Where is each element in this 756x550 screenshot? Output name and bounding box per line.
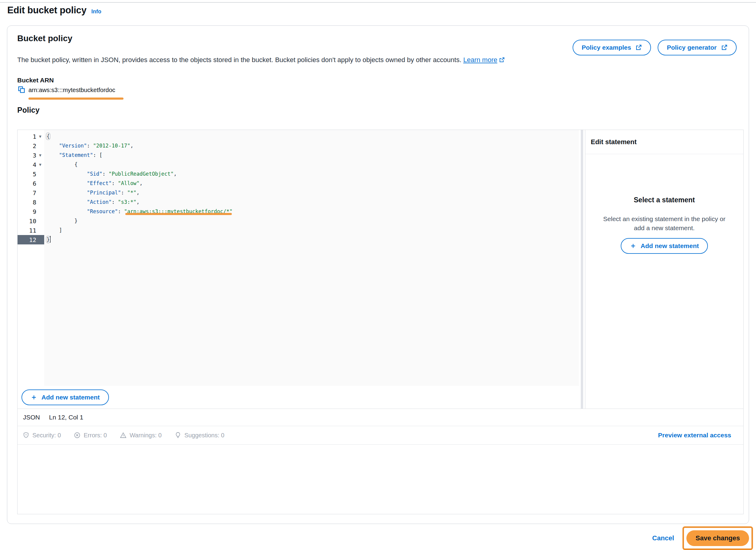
save-annotation-box: Save changes bbox=[682, 526, 753, 550]
code-line-4[interactable]: { bbox=[47, 160, 579, 169]
editor-splitter-column bbox=[579, 130, 585, 409]
warnings-issue-item[interactable]: Warnings: 0 bbox=[120, 432, 162, 439]
suggestions-icon bbox=[174, 432, 182, 439]
warnings-icon bbox=[120, 432, 127, 439]
editor-code[interactable]: { "Version": "2012-10-17", "Statement": … bbox=[44, 130, 579, 386]
gutter-line-5[interactable]: 5 bbox=[18, 169, 44, 179]
code-line-5[interactable]: "Sid": "PublicReadGetObject", bbox=[47, 169, 579, 179]
edit-statement-body: Select a statement Select an existing st… bbox=[585, 154, 743, 409]
code-line-7[interactable]: "Principal": "*", bbox=[47, 188, 579, 197]
select-statement-text-line2: add a new statement. bbox=[585, 223, 743, 232]
code-line-2[interactable]: "Version": "2012-10-17", bbox=[47, 141, 579, 150]
info-link[interactable]: Info bbox=[91, 8, 101, 15]
select-statement-text: Select an existing statement in the poli… bbox=[585, 214, 743, 232]
issue-label: Suggestions: 0 bbox=[184, 432, 224, 439]
gutter-line-6[interactable]: 6 bbox=[18, 179, 44, 188]
bucket-arn-value: arn:aws:s3:::mytestbucketfordoc bbox=[28, 87, 115, 94]
add-new-statement-button-bottom[interactable]: Add new statement bbox=[21, 390, 109, 405]
status-language: JSON bbox=[23, 414, 40, 421]
issue-label: Warnings: 0 bbox=[130, 432, 162, 439]
editor-add-statement-row: Add new statement bbox=[18, 386, 579, 409]
issue-label: Errors: 0 bbox=[84, 432, 107, 439]
select-statement-text-line1: Select an existing statement in the poli… bbox=[585, 214, 743, 223]
code-scroll-area: 1▼23▼4▼56789101112 { "Version": "2012-10… bbox=[18, 130, 579, 386]
gutter-line-2[interactable]: 2 bbox=[18, 141, 44, 150]
gutter-line-7[interactable]: 7 bbox=[18, 188, 44, 197]
editor-left-column: 1▼23▼4▼56789101112 { "Version": "2012-10… bbox=[18, 130, 579, 409]
card-header-actions: Policy examples Policy generator bbox=[573, 40, 737, 55]
gutter-line-8[interactable]: 8 bbox=[18, 197, 44, 207]
security-issue-item[interactable]: Security: 0 bbox=[22, 432, 61, 439]
select-statement-title: Select a statement bbox=[585, 196, 743, 204]
policy-examples-button[interactable]: Policy examples bbox=[573, 40, 651, 55]
policy-generator-label: Policy generator bbox=[667, 44, 717, 51]
editor-gutter: 1▼23▼4▼56789101112 bbox=[18, 130, 44, 386]
code-line-6[interactable]: "Effect": "Allow", bbox=[47, 179, 579, 188]
learn-more-link[interactable]: Learn more bbox=[463, 56, 498, 64]
errors-issue-item[interactable]: Errors: 0 bbox=[74, 432, 107, 439]
plus-icon bbox=[630, 242, 636, 249]
plus-icon bbox=[31, 394, 37, 401]
card-title: Bucket policy bbox=[17, 34, 72, 43]
policy-generator-button[interactable]: Policy generator bbox=[658, 40, 737, 55]
splitter-handle[interactable] bbox=[581, 130, 583, 409]
copy-icon bbox=[18, 86, 25, 94]
gutter-line-12[interactable]: 12 bbox=[18, 235, 44, 244]
external-link-icon bbox=[499, 57, 505, 65]
save-changes-button[interactable]: Save changes bbox=[686, 530, 749, 546]
code-line-11[interactable]: ] bbox=[47, 225, 579, 235]
code-line-8[interactable]: "Action": "s3:*", bbox=[47, 197, 579, 207]
description-text: The bucket policy, written in JSON, prov… bbox=[17, 56, 462, 64]
gutter-line-11[interactable]: 11 bbox=[18, 225, 44, 235]
code-line-3[interactable]: "Statement": [ bbox=[47, 150, 579, 160]
policy-section-label: Policy bbox=[17, 106, 40, 114]
bucket-arn-row: arn:aws:s3:::mytestbucketfordoc bbox=[18, 86, 115, 94]
card-description: The bucket policy, written in JSON, prov… bbox=[17, 56, 505, 65]
page-title: Edit bucket policy bbox=[7, 5, 87, 16]
cancel-button[interactable]: Cancel bbox=[652, 534, 674, 542]
external-link-icon bbox=[635, 44, 642, 51]
arn-annotation-underline bbox=[28, 97, 123, 100]
gutter-line-3[interactable]: 3▼ bbox=[18, 150, 44, 160]
code-line-1[interactable]: { bbox=[47, 132, 579, 141]
add-statement-label: Add new statement bbox=[41, 394, 100, 401]
gutter-line-9[interactable]: 9 bbox=[18, 207, 44, 216]
security-icon bbox=[22, 432, 30, 439]
external-link-icon bbox=[721, 44, 728, 51]
add-new-statement-button-panel[interactable]: Add new statement bbox=[621, 238, 708, 254]
gutter-line-4[interactable]: 4▼ bbox=[18, 160, 44, 169]
bucket-policy-card: Bucket policy Policy examples Policy gen… bbox=[7, 25, 749, 524]
edit-statement-panel: Edit statement Select a statement Select… bbox=[585, 130, 743, 409]
page-header: Edit bucket policy Info bbox=[7, 5, 101, 16]
gutter-line-10[interactable]: 10 bbox=[18, 216, 44, 225]
footer-actions: Cancel Save changes bbox=[652, 526, 753, 550]
issue-label: Security: 0 bbox=[32, 432, 61, 439]
code-line-9[interactable]: "Resource": "arn:aws:s3:::mytestbucketfo… bbox=[47, 207, 579, 216]
fold-arrow-icon[interactable]: ▼ bbox=[36, 153, 44, 157]
fold-arrow-icon[interactable]: ▼ bbox=[36, 134, 44, 139]
policy-examples-label: Policy examples bbox=[582, 44, 631, 51]
add-statement-label: Add new statement bbox=[641, 242, 699, 249]
editor-main: 1▼23▼4▼56789101112 { "Version": "2012-10… bbox=[18, 130, 743, 409]
gutter-line-1[interactable]: 1▼ bbox=[18, 132, 44, 141]
code-line-10[interactable]: } bbox=[47, 216, 579, 225]
editor-issues-bar: Security: 0Errors: 0Warnings: 0Suggestio… bbox=[18, 426, 743, 445]
edit-bucket-policy-page: Edit bucket policy Info Bucket policy Po… bbox=[0, 0, 756, 550]
fold-arrow-icon[interactable]: ▼ bbox=[36, 162, 44, 167]
status-cursor-position: Ln 12, Col 1 bbox=[49, 414, 83, 421]
edit-statement-header: Edit statement bbox=[585, 130, 743, 154]
editor-status-bar: JSON Ln 12, Col 1 bbox=[18, 409, 743, 426]
errors-icon bbox=[74, 432, 81, 439]
top-divider bbox=[0, 2, 756, 3]
suggestions-issue-item[interactable]: Suggestions: 0 bbox=[174, 432, 224, 439]
copy-arn-button[interactable] bbox=[18, 86, 25, 94]
policy-editor: 1▼23▼4▼56789101112 { "Version": "2012-10… bbox=[17, 130, 744, 514]
bucket-arn-label: Bucket ARN bbox=[17, 77, 54, 84]
text-cursor bbox=[50, 236, 51, 242]
code-line-12[interactable]: } bbox=[47, 235, 579, 244]
preview-external-access-link[interactable]: Preview external access bbox=[658, 432, 731, 439]
